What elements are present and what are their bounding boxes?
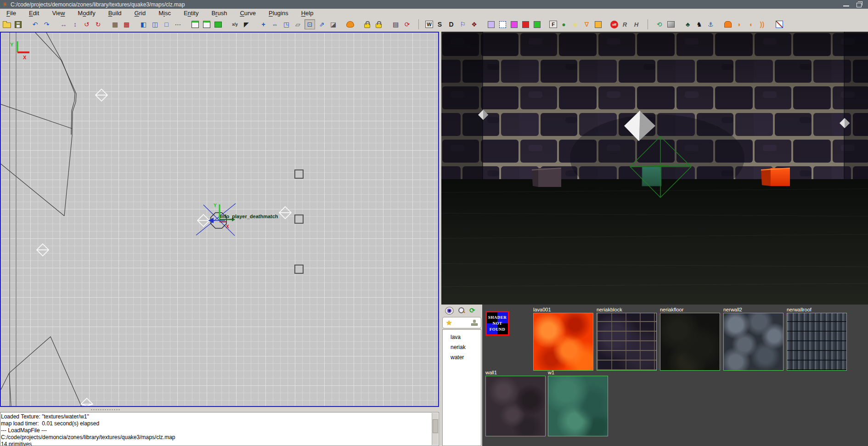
filter-amber-button[interactable] [593,20,603,29]
nodraw-button[interactable] [774,20,784,29]
vertex-mode-button[interactable]: ⊡ [304,19,315,29]
cube-model-button[interactable] [666,20,676,29]
rotate-ccw-button[interactable]: ↺ [82,20,91,29]
hollow-button[interactable] [190,20,200,29]
texture-folder-neriak[interactable]: neriak [443,343,481,353]
flip-y-button[interactable]: ↕ [70,20,80,29]
translate-button[interactable]: + [259,20,268,29]
menu-edit[interactable]: Edit [23,9,45,17]
wireframe-mode-button[interactable]: W [425,21,433,28]
change-views-button[interactable]: ◤ [242,20,251,29]
texture-lava001[interactable] [533,313,593,371]
eye-icon[interactable] [445,307,454,315]
console-scrollbar-thumb[interactable] [433,419,438,433]
console-scrollbar[interactable] [432,413,438,445]
menu-plugins[interactable]: Plugins [262,9,295,17]
menu-view[interactable]: View [45,9,71,17]
edge-mode-button[interactable]: ⇗ [317,20,327,29]
split-selected-button[interactable]: ◫ [150,20,160,29]
menu-curve[interactable]: Curve [233,9,262,17]
console[interactable]: Loaded Texture: "textures/water/w1"map l… [0,412,439,446]
solid-mode-button[interactable]: S [435,20,445,29]
menu-help[interactable]: Help [295,9,320,17]
csg-subtract-button[interactable]: ▩ [122,20,131,29]
flip-x-button[interactable]: ↔ [59,20,68,29]
texture-shader-not-found[interactable]: SHADER NOT FOUND [485,311,509,336]
cubic-clip-button[interactable]: ⚐ [458,20,468,29]
make-room-button[interactable] [202,20,211,29]
patch-cylinder-button[interactable]: )) [757,20,767,29]
splitter-handle[interactable] [90,409,121,411]
2d-view[interactable]: Y X [0,32,439,407]
trees-button[interactable]: ♣ [683,20,693,29]
cone-button[interactable]: ∇ [582,20,592,29]
open-button[interactable] [2,20,11,29]
flip-clip-button[interactable]: □ [162,20,171,29]
texture-lock-button[interactable] [362,20,372,29]
cube-w1[interactable] [642,167,661,186]
minimize-button[interactable] [843,6,849,6]
redo-button[interactable]: ↷ [42,20,51,29]
cube-lava[interactable] [761,168,790,186]
csg-merge-button[interactable]: ▦ [110,20,120,29]
plant-button[interactable]: ● [559,20,569,29]
ship-button[interactable]: ⚓ [706,20,716,29]
model-refresh-button[interactable]: ⟲ [654,20,664,29]
texture-nerwallroof[interactable] [787,313,847,371]
undo-button[interactable]: ↶ [30,20,40,29]
menu-misc[interactable]: Misc [152,9,177,17]
filter-dashed-button[interactable] [498,20,507,29]
patch-bevel-button[interactable]: ◗ [734,20,744,29]
scale-button[interactable]: ⇔ [270,20,280,29]
menu-brush[interactable]: Brush [205,9,233,17]
swap-xy-button[interactable]: x/y [230,20,240,29]
entity-list-button[interactable]: ▤ [391,20,400,29]
more-tools-button[interactable]: ⋯ [173,20,183,29]
entity-inspector-button[interactable]: F [549,21,557,28]
texture-wall1[interactable] [485,376,546,436]
h-mode-button[interactable]: H [631,20,641,29]
texture-neriakblock[interactable] [597,313,657,371]
titlebar: ✳ C:/code/projects/demoncia/zones/librar… [0,0,868,9]
texture-browser[interactable]: ⟳ ★ lavaneriakwater SHADER NOT FOUND lav… [441,305,868,446]
menu-modify[interactable]: Modify [71,9,101,17]
make-solid-button[interactable] [213,20,223,29]
menu-grid[interactable]: Grid [128,9,152,17]
patch-endcap-button[interactable]: ◖ [746,20,755,29]
menu-build[interactable]: Build [102,9,128,17]
rotate-cw-button[interactable]: ↻ [93,20,103,29]
search-edit-icon[interactable] [458,307,465,314]
texture-neriakfloor[interactable] [660,313,720,371]
textured-mode-button[interactable]: D [446,20,456,29]
stamp-icon[interactable] [471,320,478,326]
creature-button[interactable]: ♞ [694,20,704,29]
3d-view[interactable] [441,32,868,305]
save-button[interactable] [13,20,23,29]
filter-green-button[interactable] [532,20,542,29]
patch-tool-button[interactable] [345,20,355,29]
texture-folder-water[interactable]: water [443,353,481,363]
texture-folder-lava[interactable]: lava [443,333,481,343]
filter-red-button[interactable] [521,20,530,29]
refresh-button[interactable]: ⟳ [402,20,412,29]
clipper-button[interactable]: ◧ [139,20,148,29]
texture-nerwall2[interactable] [723,313,783,371]
shear-button[interactable]: ▱ [293,20,303,29]
restore-button[interactable] [857,3,862,7]
menu-file[interactable]: File [0,9,23,17]
gamma-button[interactable]: ❖ [469,20,479,29]
refresh-icon[interactable]: ⟳ [469,307,475,314]
face-mode-button[interactable]: ◪ [328,20,338,29]
cube-wall1[interactable] [532,168,561,187]
texture-lock-vertical-button[interactable] [374,20,383,29]
resize-button[interactable]: ◳ [282,20,291,29]
filter-magenta-button[interactable] [509,20,519,29]
r-mode-button[interactable]: R [620,20,630,29]
texture-w1[interactable] [548,376,608,436]
filter-lavender-button[interactable] [486,20,496,29]
patch-square-button[interactable] [723,20,733,29]
star-icon[interactable]: ★ [446,319,452,327]
off-button[interactable]: off [610,21,618,28]
menu-entity[interactable]: Entity [177,9,205,17]
light-button[interactable]: ◆ [570,20,580,29]
